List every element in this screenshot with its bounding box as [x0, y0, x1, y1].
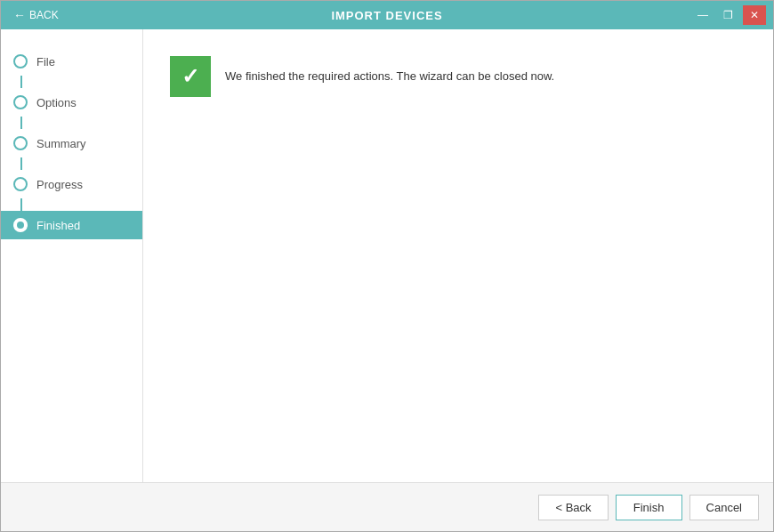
step-circle-file: [13, 54, 28, 69]
back-footer-button[interactable]: < Back: [538, 495, 608, 520]
sidebar-item-options[interactable]: Options: [1, 88, 142, 117]
sidebar-label-file: File: [36, 55, 55, 69]
minimize-button[interactable]: —: [691, 5, 714, 25]
step-circle-finished: [13, 218, 28, 232]
title-bar-left: ← BACK: [8, 6, 64, 24]
sidebar-label-finished: Finished: [36, 219, 80, 232]
cancel-button[interactable]: Cancel: [689, 495, 759, 520]
sidebar-item-progress[interactable]: Progress: [1, 170, 142, 198]
restore-button[interactable]: ❐: [716, 5, 739, 25]
step-connector-4: [20, 198, 22, 211]
window-controls: — ❐ ✕: [691, 5, 766, 25]
step-circle-progress: [13, 177, 28, 191]
sidebar-label-progress: Progress: [36, 178, 83, 191]
sidebar-item-file[interactable]: File: [1, 47, 142, 76]
step-circle-options: [13, 95, 28, 109]
sidebar: File Options Summary Pr: [1, 29, 143, 482]
back-button[interactable]: ← BACK: [8, 6, 64, 24]
success-text: We finished the required actions. The wi…: [225, 68, 554, 85]
finish-button[interactable]: Finish: [616, 495, 682, 520]
back-button-label: BACK: [29, 9, 59, 21]
footer: < Back Finish Cancel: [1, 482, 773, 531]
sidebar-label-summary: Summary: [36, 137, 86, 150]
window-title: IMPORT DEVICES: [331, 9, 442, 22]
step-connector-3: [20, 157, 22, 170]
close-button[interactable]: ✕: [743, 5, 766, 25]
step-connector-1: [20, 76, 22, 88]
sidebar-label-options: Options: [36, 96, 77, 109]
sidebar-item-summary[interactable]: Summary: [1, 129, 142, 157]
window: ← BACK IMPORT DEVICES — ❐ ✕ File: [0, 0, 774, 532]
main-content: File Options Summary Pr: [1, 29, 773, 482]
success-message: ✓ We finished the required actions. The …: [170, 56, 746, 97]
checkmark-icon: ✓: [181, 64, 199, 89]
step-circle-summary: [13, 136, 28, 150]
success-icon-box: ✓: [170, 56, 211, 97]
content-panel: ✓ We finished the required actions. The …: [143, 29, 773, 482]
title-bar: ← BACK IMPORT DEVICES — ❐ ✕: [1, 1, 773, 29]
step-connector-2: [20, 117, 22, 129]
back-arrow-icon: ←: [13, 8, 26, 22]
sidebar-item-finished[interactable]: Finished: [1, 211, 142, 239]
